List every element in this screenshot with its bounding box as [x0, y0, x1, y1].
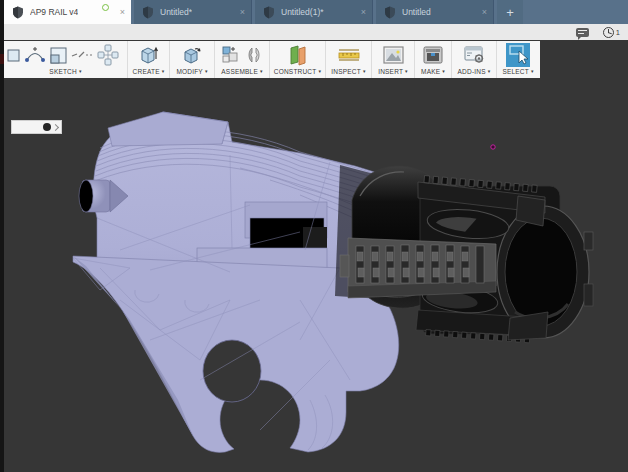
history-clock-icon[interactable]: [603, 27, 614, 38]
toolbar-section-select: SELECT▾: [497, 41, 539, 78]
select-tool-icon[interactable]: [505, 43, 531, 67]
dropdown-caret-icon: ▾: [79, 69, 82, 74]
dropdown-caret-icon: ▾: [363, 69, 366, 74]
new-tab-button[interactable]: +: [497, 0, 523, 24]
ribbon-toolbar: SKETCH▾ CREATE▾: [4, 41, 540, 78]
insert-menu-button[interactable]: INSERT▾: [378, 68, 408, 78]
tab-label: Untitled: [402, 7, 431, 17]
sketch-corner-rectangle-icon[interactable]: [50, 47, 67, 64]
add-ins-menu-button[interactable]: ADD-INS▾: [458, 68, 491, 78]
toolbar-section-make: MAKE▾: [415, 41, 452, 78]
modify-press-pull-icon[interactable]: [182, 45, 202, 65]
document-icon: [263, 6, 275, 19]
create-extrude-icon[interactable]: [139, 45, 159, 65]
sketch-pattern-icon[interactable]: [97, 44, 119, 66]
unsaved-indicator-icon: [102, 4, 109, 11]
document-icon: [384, 6, 396, 19]
toolbar-section-modify: MODIFY▾: [170, 41, 215, 78]
add-ins-scripts-icon[interactable]: [464, 46, 485, 64]
dropdown-caret-icon: ▾: [205, 69, 208, 74]
toolbar-section-add-ins: ADD-INS▾: [452, 41, 497, 78]
create-menu-button[interactable]: CREATE▾: [133, 68, 165, 78]
tab-untitled-1[interactable]: Untitled* ×: [134, 0, 252, 24]
dropdown-caret-icon: ▾: [162, 69, 165, 74]
browser-panel-collapsed[interactable]: [11, 120, 62, 134]
construct-plane-icon[interactable]: [287, 45, 309, 66]
tab-untitled-3[interactable]: Untitled ×: [376, 0, 494, 24]
tab-close-icon[interactable]: ×: [482, 7, 487, 17]
fusion360-window: AP9 RAIL v4 × Untitled* × Untitled(1)* ×: [0, 0, 628, 472]
tab-close-icon[interactable]: ×: [240, 7, 245, 17]
modify-menu-button[interactable]: MODIFY▾: [176, 68, 207, 78]
select-menu-button[interactable]: SELECT▾: [502, 68, 533, 78]
tab-label: AP9 RAIL v4: [30, 7, 78, 17]
tab-ap9-rail-v4[interactable]: AP9 RAIL v4 ×: [4, 0, 131, 24]
plus-icon: +: [506, 5, 514, 20]
tab-label: Untitled*: [160, 7, 192, 17]
toolbar-section-insert: INSERT▾: [372, 41, 415, 78]
dropdown-caret-icon: ▾: [531, 69, 534, 74]
inspect-menu-button[interactable]: INSPECT▾: [331, 68, 365, 78]
assemble-new-component-icon[interactable]: [221, 45, 241, 65]
quick-access-bar: 1: [0, 24, 628, 41]
panel-handle-icon: [43, 123, 51, 131]
window-left-edge: [0, 24, 4, 472]
viewport-3d[interactable]: [4, 40, 628, 472]
tab-untitled-2[interactable]: Untitled(1)* ×: [255, 0, 373, 24]
document-icon: [12, 6, 24, 19]
make-3d-print-icon[interactable]: [423, 46, 443, 64]
chevron-right-icon: [52, 123, 59, 130]
toolbar-section-create: CREATE▾: [128, 41, 170, 78]
tab-close-icon[interactable]: ×: [120, 7, 125, 17]
document-icon: [142, 6, 154, 19]
dropdown-caret-icon: ▾: [260, 69, 263, 74]
comment-icon[interactable]: [576, 28, 589, 37]
window-left-edge: [0, 0, 4, 24]
toolbar-section-inspect: INSPECT▾: [326, 41, 372, 78]
insert-image-icon[interactable]: [383, 46, 404, 64]
make-menu-button[interactable]: MAKE▾: [421, 68, 445, 78]
toolbar-section-construct: CONSTRUCT▾: [270, 41, 326, 78]
assemble-joint-icon[interactable]: [245, 45, 263, 65]
construct-menu-button[interactable]: CONSTRUCT▾: [274, 68, 321, 78]
sketch-menu-button[interactable]: SKETCH▾: [49, 68, 81, 78]
tab-close-icon[interactable]: ×: [361, 7, 366, 17]
assemble-menu-button[interactable]: ASSEMBLE▾: [221, 68, 262, 78]
notification-count: 1: [616, 28, 620, 37]
tab-label: Untitled(1)*: [281, 7, 324, 17]
dropdown-caret-icon: ▾: [442, 69, 445, 74]
dropdown-caret-icon: ▾: [488, 69, 491, 74]
document-tab-bar: AP9 RAIL v4 × Untitled* × Untitled(1)* ×: [0, 0, 628, 24]
inspect-measure-icon[interactable]: [337, 48, 361, 62]
sketch-rectangle-icon[interactable]: [6, 47, 20, 63]
dropdown-caret-icon: ▾: [405, 69, 408, 74]
dropdown-caret-icon: ▾: [318, 69, 321, 74]
left-edge-artifact: [0, 54, 4, 64]
toolbar-section-sketch: SKETCH▾: [4, 41, 128, 78]
toolbar-section-assemble: ASSEMBLE▾: [215, 41, 270, 78]
sketch-arc-icon[interactable]: [24, 46, 46, 64]
model-ap9-rail: [4, 78, 628, 472]
sketch-spline-icon[interactable]: [71, 50, 93, 60]
origin-point-marker: [491, 145, 495, 149]
